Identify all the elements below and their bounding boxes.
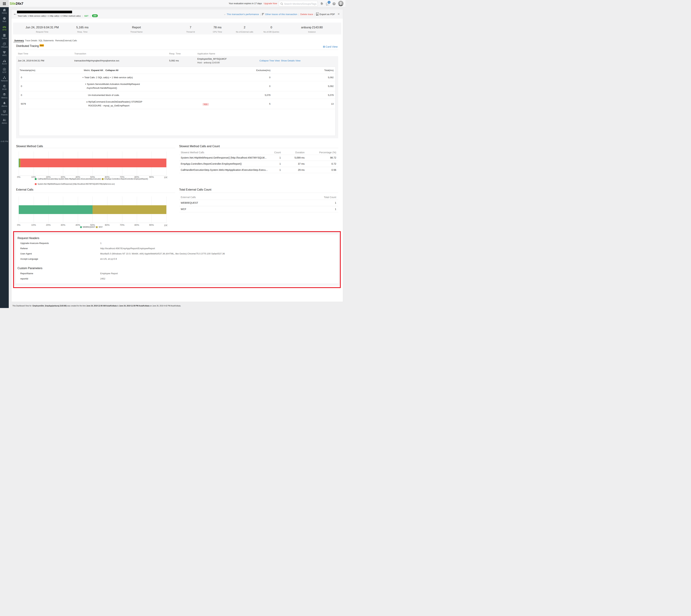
svg-text:PDF: PDF bbox=[316, 15, 317, 15]
